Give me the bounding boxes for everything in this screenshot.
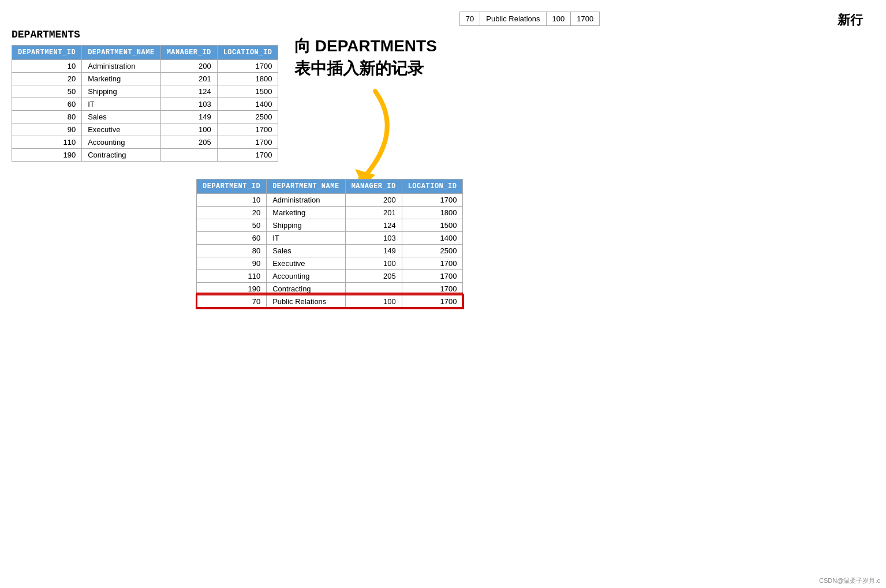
- table-row: 90 Executive 100 1700: [197, 257, 463, 270]
- new-row-preview: 70 Public Relations 100 1700: [459, 12, 599, 26]
- table-header-row: DEPARTMENT_ID DEPARTMENT_NAME MANAGER_ID…: [12, 46, 278, 60]
- highlighted-new-row: 70 Public Relations 100 1700: [197, 295, 463, 308]
- highlighted-name: Public Relations: [267, 295, 346, 308]
- col-location-id: LOCATION_ID: [217, 46, 278, 60]
- cell-location: 1700: [402, 257, 463, 270]
- cell-id: 110: [197, 270, 267, 283]
- cell-name: IT: [82, 98, 161, 111]
- cell-name: Accounting: [267, 270, 346, 283]
- table-row: 80 Sales 149 2500: [197, 245, 463, 257]
- cell-location: 2500: [402, 245, 463, 257]
- table-row: 90 Executive 100 1700: [12, 123, 278, 136]
- cell-id: 60: [12, 98, 82, 111]
- cell-id: 90: [197, 257, 267, 270]
- cell-manager: 201: [160, 73, 217, 85]
- left-departments-section: DEPARTMENTS DEPARTMENT_ID DEPARTMENT_NAM…: [12, 29, 278, 162]
- table-row: 20 Marketing 201 1800: [197, 207, 463, 219]
- table-row: 50 Shipping 124 1500: [197, 219, 463, 232]
- arrow-container: [329, 85, 437, 191]
- new-row-label: 新行: [838, 12, 863, 29]
- cell-name: Marketing: [267, 207, 346, 219]
- cell-location: 1800: [402, 207, 463, 219]
- cell-id: 20: [12, 73, 82, 85]
- cell-manager: 100: [160, 123, 217, 136]
- cell-manager: 205: [345, 270, 402, 283]
- cell-name: Executive: [82, 123, 161, 136]
- cell-manager: 149: [345, 245, 402, 257]
- cell-id: 110: [12, 136, 82, 149]
- cell-manager: 149: [160, 111, 217, 123]
- bottom-col-manager-id: MANAGER_ID: [345, 179, 402, 194]
- table-row: 110 Accounting 205 1700: [197, 270, 463, 283]
- table-row: 50 Shipping 124 1500: [12, 85, 278, 98]
- cell-id: 50: [12, 85, 82, 98]
- arrow-svg: [329, 85, 416, 189]
- table-row: 10 Administration 200 1700: [12, 60, 278, 73]
- cell-location: 2500: [217, 111, 278, 123]
- annotation-line1: 向 DEPARTMENTS: [294, 37, 437, 55]
- watermark: CSDN@温柔子岁月.c: [819, 576, 880, 585]
- cell-name: Administration: [267, 194, 346, 207]
- annotation-line2: 表中插入新的记录: [294, 59, 424, 77]
- cell-location: 1400: [217, 98, 278, 111]
- cell-location: 1700: [217, 149, 278, 162]
- cell-location: 1700: [402, 283, 463, 295]
- table-row: 110 Accounting 205 1700: [12, 136, 278, 149]
- bottom-table-header-row: DEPARTMENT_ID DEPARTMENT_NAME MANAGER_ID…: [197, 179, 463, 194]
- cell-location: 1700: [217, 60, 278, 73]
- new-row-location: 1700: [571, 12, 600, 26]
- table-row: 190 Contracting 1700: [197, 283, 463, 295]
- cell-name: Sales: [267, 245, 346, 257]
- table-row: 190 Contracting 1700: [12, 149, 278, 162]
- top-departments-table: DEPARTMENT_ID DEPARTMENT_NAME MANAGER_ID…: [12, 45, 278, 162]
- cell-manager: 124: [160, 85, 217, 98]
- col-department-id: DEPARTMENT_ID: [12, 46, 82, 60]
- bottom-section: DEPARTMENT_ID DEPARTMENT_NAME MANAGER_ID…: [196, 179, 463, 308]
- table-row: 60 IT 103 1400: [12, 98, 278, 111]
- cell-manager: 124: [345, 219, 402, 232]
- col-department-name: DEPARTMENT_NAME: [82, 46, 161, 60]
- cell-id: 90: [12, 123, 82, 136]
- annotation-text: 向 DEPARTMENTS 表中插入新的记录: [294, 35, 437, 80]
- cell-name: Shipping: [82, 85, 161, 98]
- cell-name: Contracting: [82, 149, 161, 162]
- cell-name: Marketing: [82, 73, 161, 85]
- highlighted-location: 1700: [402, 295, 463, 308]
- table-row: 80 Sales 149 2500: [12, 111, 278, 123]
- highlighted-id: 70: [197, 295, 267, 308]
- cell-location: 1700: [217, 136, 278, 149]
- cell-name: Executive: [267, 257, 346, 270]
- annotation-block: 向 DEPARTMENTS 表中插入新的记录: [294, 35, 437, 191]
- new-row-name: Public Relations: [480, 12, 546, 26]
- cell-location: 1700: [217, 123, 278, 136]
- cell-manager: 200: [345, 194, 402, 207]
- cell-id: 10: [12, 60, 82, 73]
- cell-id: 190: [12, 149, 82, 162]
- cell-location: 1500: [402, 219, 463, 232]
- cell-name: Sales: [82, 111, 161, 123]
- highlighted-manager: 100: [345, 295, 402, 308]
- cell-manager: 103: [345, 232, 402, 245]
- cell-id: 80: [12, 111, 82, 123]
- cell-id: 190: [197, 283, 267, 295]
- cell-manager: 100: [345, 257, 402, 270]
- cell-id: 50: [197, 219, 267, 232]
- cell-id: 20: [197, 207, 267, 219]
- cell-manager: 201: [345, 207, 402, 219]
- bottom-col-location-id: LOCATION_ID: [402, 179, 463, 194]
- table-row: 20 Marketing 201 1800: [12, 73, 278, 85]
- cell-name: IT: [267, 232, 346, 245]
- new-row-preview-table: 70 Public Relations 100 1700: [459, 12, 600, 26]
- col-manager-id: MANAGER_ID: [160, 46, 217, 60]
- new-row-manager: 100: [546, 12, 571, 26]
- cell-manager: 200: [160, 60, 217, 73]
- table-row: 60 IT 103 1400: [197, 232, 463, 245]
- new-row-id: 70: [459, 12, 480, 26]
- cell-location: 1700: [402, 270, 463, 283]
- cell-location: 1700: [402, 194, 463, 207]
- cell-name: Contracting: [267, 283, 346, 295]
- cell-id: 60: [197, 232, 267, 245]
- cell-id: 80: [197, 245, 267, 257]
- cell-location: 1800: [217, 73, 278, 85]
- table-row: 10 Administration 200 1700: [197, 194, 463, 207]
